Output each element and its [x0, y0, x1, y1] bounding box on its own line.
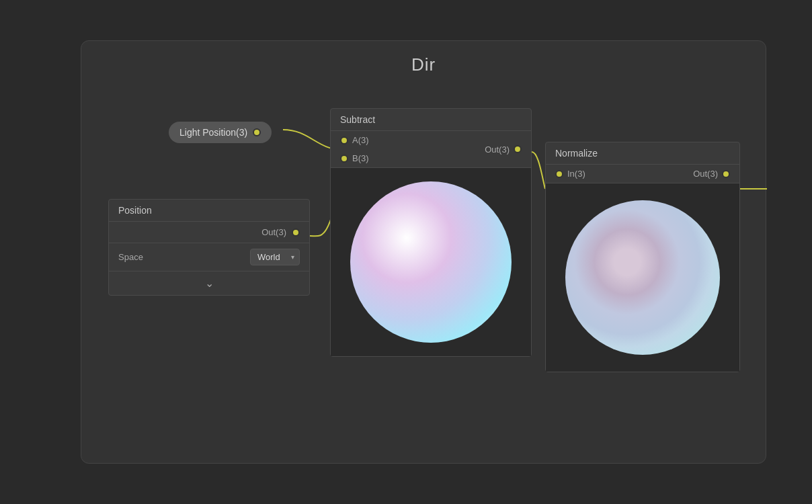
subtract-port-a-dot — [340, 136, 348, 144]
position-out-row: Out(3) — [109, 222, 309, 243]
main-panel: Dir Light Position(3) Position Out(3) — [81, 40, 766, 464]
subtract-preview — [331, 168, 531, 356]
subtract-out-label: Out(3) — [485, 144, 510, 155]
space-dropdown-wrapper[interactable]: World Local View ▾ — [250, 249, 300, 265]
subtract-port-a-row: A(3) — [331, 131, 378, 149]
subtract-port-b-dot — [340, 155, 348, 163]
normalize-out-label: Out(3) — [693, 169, 718, 179]
subtract-sphere — [350, 181, 512, 343]
space-label: Space — [118, 252, 143, 262]
position-space-row: Space World Local View ▾ — [109, 243, 309, 271]
panel-title: Dir — [411, 54, 436, 75]
node-position: Position Out(3) Space World Local View ▾… — [108, 199, 310, 296]
canvas: Dir Light Position(3) Position Out(3) — [0, 0, 812, 504]
normalize-out-dot — [722, 170, 730, 178]
position-out-label: Out(3) — [261, 227, 286, 237]
position-out-port — [292, 228, 300, 237]
node-normalize: Normalize In(3) Out(3) — [545, 142, 740, 372]
subtract-port-b-label: B(3) — [352, 153, 369, 163]
node-subtract: Subtract A(3) B(3) — [330, 108, 532, 357]
light-position-out-port — [253, 128, 261, 136]
node-light-position[interactable]: Light Position(3) — [169, 122, 272, 143]
space-select[interactable]: World Local View — [250, 249, 300, 265]
subtract-out-row: Out(3) — [475, 131, 531, 167]
normalize-in-row: In(3) — [546, 165, 595, 183]
normalize-in-dot — [555, 170, 563, 178]
expand-chevron-icon[interactable]: ⌄ — [205, 277, 214, 290]
subtract-port-b-row: B(3) — [331, 149, 378, 167]
normalize-sphere — [565, 200, 720, 355]
subtract-out-dot — [514, 145, 522, 153]
normalize-header: Normalize — [546, 142, 739, 165]
position-header: Position — [109, 200, 309, 222]
normalize-out-row: Out(3) — [684, 165, 739, 183]
subtract-header: Subtract — [331, 109, 531, 131]
position-expand-row[interactable]: ⌄ — [109, 271, 309, 295]
subtract-port-a-label: A(3) — [352, 135, 369, 145]
light-position-label: Light Position(3) — [179, 127, 247, 138]
normalize-in-label: In(3) — [567, 169, 585, 179]
normalize-preview — [546, 183, 739, 372]
